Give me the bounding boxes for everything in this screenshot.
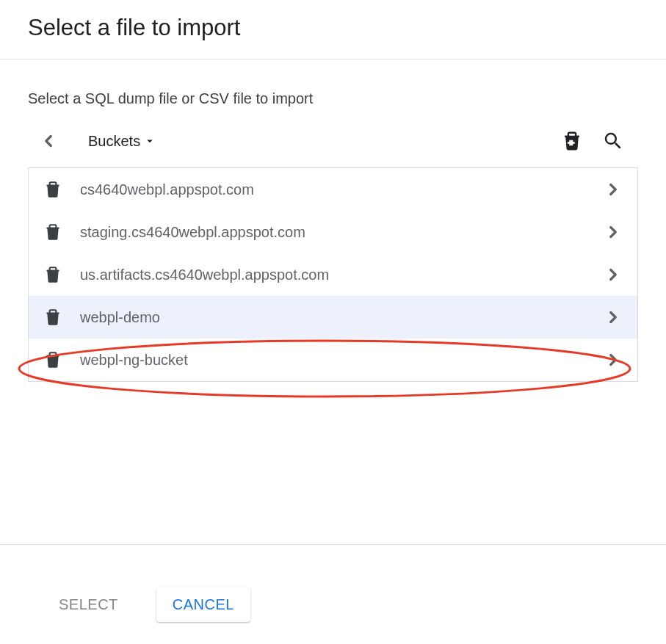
- bucket-icon: [43, 265, 62, 284]
- footer-divider: [0, 544, 666, 545]
- bucket-name: webpl-ng-bucket: [80, 352, 604, 369]
- cancel-button[interactable]: CANCEL: [156, 587, 250, 622]
- bucket-icon: [43, 308, 62, 327]
- browser-toolbar: Buckets: [28, 119, 638, 166]
- bucket-row[interactable]: webpl-demo: [29, 296, 637, 339]
- dialog-footer: SELECT CANCEL: [0, 587, 666, 622]
- chevron-right-icon: [604, 265, 623, 284]
- bucket-row[interactable]: staging.cs4640webpl.appspot.com: [29, 211, 637, 253]
- bucket-row[interactable]: webpl-ng-bucket: [29, 339, 637, 381]
- bucket-add-icon: [561, 130, 583, 152]
- chevron-right-icon: [604, 308, 623, 327]
- chevron-right-icon: [604, 222, 623, 242]
- chevron-right-icon: [604, 180, 623, 199]
- bucket-name: us.artifacts.cs4640webpl.appspot.com: [80, 267, 604, 283]
- bucket-icon: [43, 222, 62, 242]
- dialog-title: Select a file to import: [28, 15, 638, 41]
- select-button[interactable]: SELECT: [43, 587, 134, 622]
- dropdown-arrow-icon: [143, 134, 156, 148]
- bucket-icon: [43, 350, 62, 369]
- bucket-row[interactable]: us.artifacts.cs4640webpl.appspot.com: [29, 253, 637, 296]
- breadcrumb-dropdown[interactable]: Buckets: [81, 129, 164, 154]
- add-bucket-button[interactable]: [554, 123, 590, 159]
- chevron-left-icon: [39, 131, 58, 151]
- breadcrumb-label: Buckets: [88, 133, 140, 150]
- chevron-right-icon: [604, 350, 623, 369]
- bucket-name: staging.cs4640webpl.appspot.com: [80, 224, 604, 241]
- svg-rect-1: [569, 142, 575, 144]
- search-icon: [602, 130, 624, 152]
- bucket-icon: [43, 180, 62, 199]
- bucket-list: cs4640webpl.appspot.comstaging.cs4640web…: [28, 167, 638, 382]
- search-button[interactable]: [596, 123, 631, 159]
- bucket-row[interactable]: cs4640webpl.appspot.com: [29, 168, 637, 211]
- bucket-name: cs4640webpl.appspot.com: [80, 181, 604, 198]
- bucket-name: webpl-demo: [80, 309, 604, 326]
- back-button[interactable]: [35, 128, 62, 154]
- dialog-subtitle: Select a SQL dump file or CSV file to im…: [28, 90, 638, 107]
